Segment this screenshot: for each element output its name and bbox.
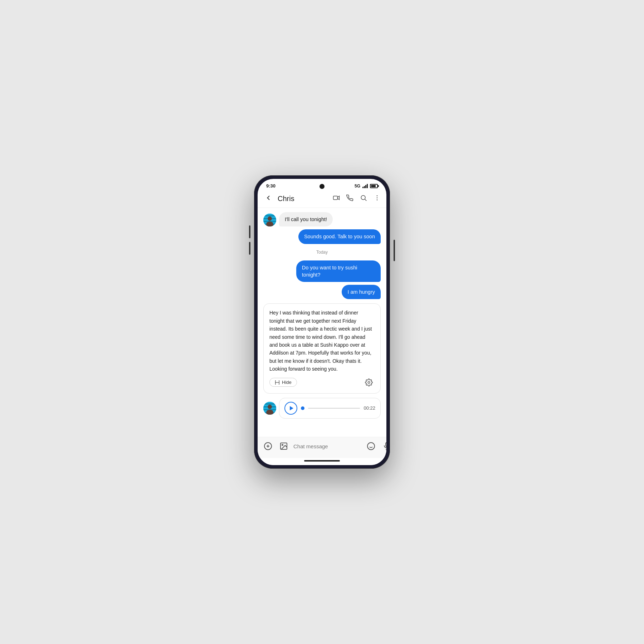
messages-area: I'll call you tonight! Sounds good. Talk… — [258, 208, 386, 437]
image-button[interactable] — [278, 440, 290, 452]
ai-suggestion-bubble: Hey I was thinking that instead of dinne… — [263, 303, 381, 393]
phone-call-button[interactable] — [346, 194, 353, 203]
play-button[interactable] — [284, 402, 297, 415]
svg-point-13 — [368, 381, 370, 384]
message-text-2: Sounds good. Talk to you soon — [304, 234, 375, 239]
contact-name: Chris — [278, 195, 330, 203]
home-bar — [258, 458, 386, 465]
more-options-button[interactable] — [374, 194, 381, 203]
add-button[interactable] — [262, 440, 274, 452]
svg-point-24 — [282, 444, 283, 445]
ai-settings-button[interactable] — [363, 377, 375, 388]
audio-message: 00:22 — [279, 398, 381, 419]
battery-fill — [371, 185, 376, 187]
chat-header: Chris — [258, 190, 386, 208]
message-bubble-3: Do you want to try sushi tonight? — [296, 260, 381, 282]
play-icon — [290, 406, 293, 410]
message-bubble-1: I'll call you tonight! — [279, 212, 333, 226]
message-text-4: I am hungry — [347, 289, 375, 295]
svg-point-10 — [268, 216, 272, 221]
svg-point-4 — [377, 197, 378, 199]
avatar — [263, 214, 276, 226]
power-button — [394, 240, 395, 261]
svg-point-25 — [367, 443, 375, 450]
svg-line-2 — [365, 199, 367, 201]
svg-point-1 — [361, 195, 365, 200]
audio-duration: 00:22 — [364, 405, 375, 411]
message-text-1: I'll call you tonight! — [285, 216, 327, 222]
camera-notch — [319, 184, 325, 189]
signal-bars — [362, 184, 368, 188]
message-row-4: I am hungry — [263, 285, 381, 299]
hide-label: Hide — [282, 380, 292, 385]
status-right: 5G — [355, 184, 378, 189]
message-row-audio: 00:22 — [263, 398, 381, 419]
mic-button[interactable] — [381, 440, 386, 452]
signal-bar-4 — [367, 184, 368, 188]
header-icons — [333, 194, 381, 203]
message-row-1: I'll call you tonight! — [263, 212, 381, 226]
svg-point-18 — [268, 405, 272, 409]
message-bubble-4: I am hungry — [342, 285, 381, 299]
status-bar: 9:30 5G — [258, 179, 386, 190]
video-call-button[interactable] — [333, 194, 340, 203]
volume-buttons — [249, 225, 250, 255]
signal-bar-3 — [365, 185, 366, 188]
svg-rect-0 — [333, 196, 338, 200]
time-display: 9:30 — [266, 183, 275, 189]
back-button[interactable] — [263, 193, 273, 205]
avatar-audio — [263, 402, 276, 415]
phone-frame: 9:30 5G Chris — [254, 175, 390, 469]
signal-bar-2 — [364, 186, 365, 188]
battery-icon — [370, 184, 378, 188]
ai-bubble-footer: Hide — [269, 377, 375, 388]
date-divider: Today — [263, 250, 381, 255]
svg-point-5 — [377, 200, 378, 201]
search-button[interactable] — [360, 194, 367, 203]
hide-button[interactable]: Hide — [269, 378, 297, 387]
message-row-3: Do you want to try sushi tonight? — [263, 260, 381, 282]
emoji-button[interactable] — [365, 440, 377, 452]
message-input[interactable] — [293, 443, 361, 449]
input-bar — [258, 437, 386, 458]
message-bubble-2: Sounds good. Talk to you soon — [298, 229, 381, 244]
audio-progress-dot — [301, 406, 304, 410]
message-text-3: Do you want to try sushi tonight? — [302, 265, 357, 278]
message-row-2: Sounds good. Talk to you soon — [263, 229, 381, 244]
svg-point-3 — [377, 195, 378, 196]
audio-progress-line — [308, 408, 360, 409]
phone-screen: 9:30 5G Chris — [258, 179, 386, 465]
ai-suggestion-text: Hey I was thinking that instead of dinne… — [269, 310, 372, 372]
home-indicator — [304, 460, 340, 462]
network-label: 5G — [355, 184, 360, 189]
signal-bar-1 — [362, 187, 364, 188]
svg-rect-28 — [386, 443, 386, 447]
